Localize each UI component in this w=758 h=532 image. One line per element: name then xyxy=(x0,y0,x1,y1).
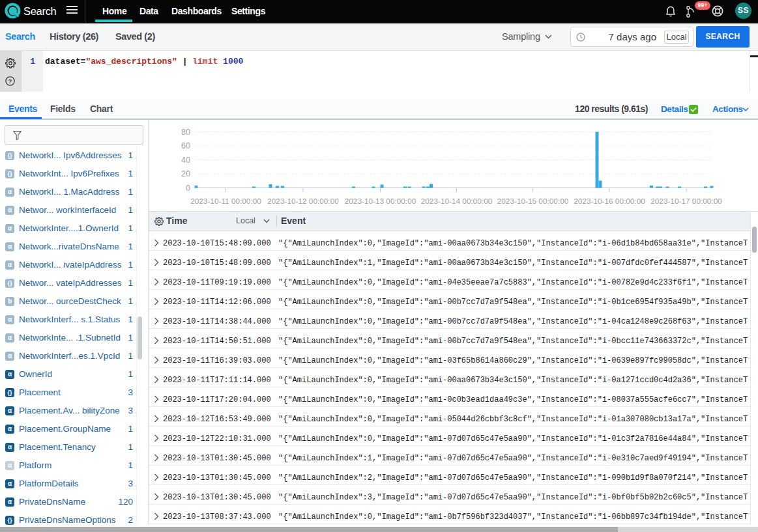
svg-text:2023-10-11 00:00:00: 2023-10-11 00:00:00 xyxy=(190,197,261,206)
svg-text:2023-10-14 00:00:00: 2023-10-14 00:00:00 xyxy=(421,197,493,206)
svg-text:40: 40 xyxy=(181,156,190,165)
svg-text:2023-10-12 00:00:00: 2023-10-12 00:00:00 xyxy=(267,197,339,206)
svg-text:2023-10-15 00:00:00: 2023-10-15 00:00:00 xyxy=(497,197,569,206)
svg-text:60: 60 xyxy=(181,141,190,150)
svg-text:0: 0 xyxy=(186,184,190,193)
svg-text:?: ? xyxy=(8,77,12,85)
svg-text:80: 80 xyxy=(181,128,190,137)
svg-text:2023-10-16 00:00:00: 2023-10-16 00:00:00 xyxy=(574,197,645,206)
svg-text:2023-10-17 00:00:00: 2023-10-17 00:00:00 xyxy=(650,197,722,206)
svg-text:2023-10-13 00:00:00: 2023-10-13 00:00:00 xyxy=(345,197,416,206)
svg-text:20: 20 xyxy=(181,169,190,178)
